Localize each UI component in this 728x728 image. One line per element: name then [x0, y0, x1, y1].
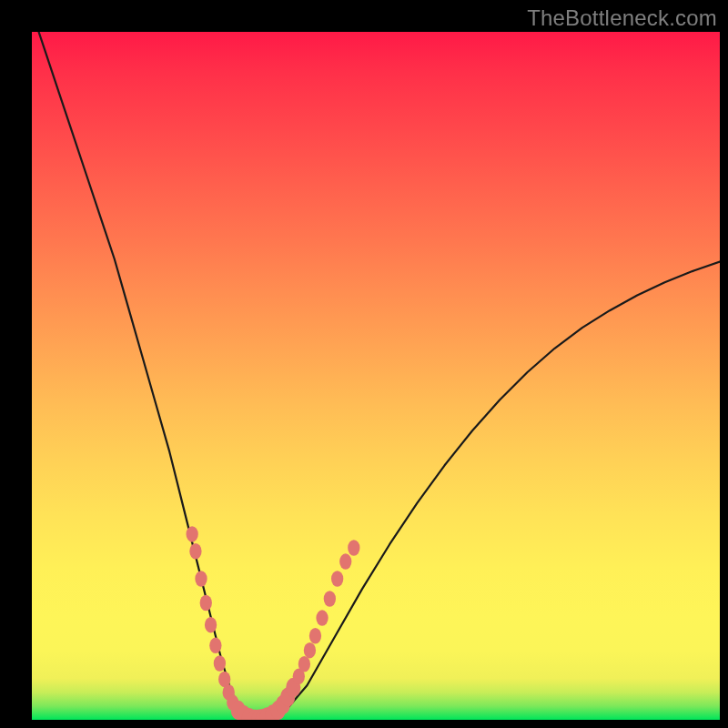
marker-bead — [339, 553, 351, 570]
marker-bead — [214, 655, 226, 672]
marker-bead — [309, 628, 321, 644]
chart-frame: TheBottleneck.com — [0, 0, 728, 728]
marker-bead — [316, 610, 328, 626]
marker-bead — [304, 642, 316, 659]
marker-bead — [205, 617, 217, 633]
watermark-text: TheBottleneck.com — [527, 5, 717, 31]
marker-bead — [348, 540, 359, 556]
marker-bead — [200, 595, 212, 612]
curve-svg — [32, 32, 720, 720]
plot-area — [32, 32, 720, 720]
marker-bead — [298, 656, 310, 672]
marker-bead — [189, 543, 201, 560]
marker-group — [187, 526, 360, 720]
marker-bead — [195, 571, 207, 587]
marker-bead — [331, 571, 343, 587]
marker-bead — [187, 526, 198, 542]
marker-bead — [209, 638, 221, 654]
marker-bead — [324, 591, 336, 607]
bottleneck-curve — [32, 32, 720, 719]
